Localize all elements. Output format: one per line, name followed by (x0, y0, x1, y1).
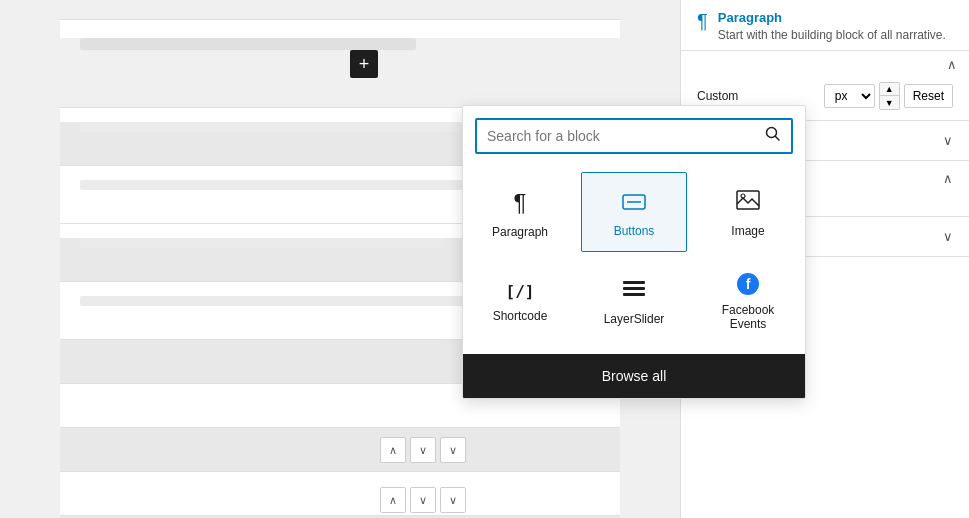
buttons-icon (622, 190, 646, 216)
nav-arrows-row1: ∧ ∨ ∨ (380, 437, 466, 463)
paragraph-sidebar-title: Paragraph (718, 10, 946, 25)
block-label-paragraph: Paragraph (492, 225, 548, 239)
block-label-facebook: Facebook Events (704, 303, 792, 331)
nav-more-button2[interactable]: ∨ (440, 487, 466, 513)
block-label-buttons: Buttons (614, 224, 655, 238)
svg-rect-7 (623, 287, 645, 290)
paragraph-block-info: ¶ Paragraph Start with the building bloc… (681, 0, 969, 50)
svg-rect-8 (623, 293, 645, 296)
paragraph-info: Paragraph Start with the building block … (718, 10, 946, 44)
block-item-image[interactable]: Image (695, 172, 801, 252)
svg-rect-6 (623, 281, 645, 284)
section-chevron-down-1[interactable]: ∨ (943, 133, 953, 148)
add-block-button[interactable]: + (350, 50, 378, 78)
nav-more-button[interactable]: ∨ (440, 437, 466, 463)
section-chevron-up[interactable]: ∧ (947, 57, 957, 72)
blocks-grid: ¶ Paragraph Buttons Image (463, 162, 805, 354)
image-icon (736, 190, 760, 216)
custom-select[interactable]: px em % (824, 84, 875, 108)
block-item-facebook[interactable]: f Facebook Events (695, 256, 801, 344)
number-down[interactable]: ▼ (880, 96, 899, 109)
reset-button[interactable]: Reset (904, 84, 953, 108)
nav-down-button[interactable]: ∨ (410, 437, 436, 463)
facebook-icon: f (737, 273, 759, 295)
nav-up-button2[interactable]: ∧ (380, 487, 406, 513)
paragraph-sidebar-desc: Start with the building block of all nar… (718, 27, 946, 44)
block-label-shortcode: Shortcode (493, 309, 548, 323)
section-chevron-down-2[interactable]: ∨ (943, 229, 953, 244)
block-label-layerslider: LayerSlider (604, 312, 665, 326)
nav-down-button2[interactable]: ∨ (410, 487, 436, 513)
browse-all-button[interactable]: Browse all (463, 354, 805, 398)
block-item-shortcode[interactable]: [/] Shortcode (467, 256, 573, 344)
search-box (475, 118, 793, 154)
search-icon (765, 126, 781, 146)
block-label-image: Image (731, 224, 764, 238)
nav-up-button[interactable]: ∧ (380, 437, 406, 463)
svg-line-1 (776, 137, 780, 141)
block-item-buttons[interactable]: Buttons (581, 172, 687, 252)
layerslider-icon (622, 278, 646, 304)
shortcode-icon: [/] (506, 282, 535, 301)
section-chevron-up-2[interactable]: ∧ (943, 171, 953, 186)
custom-label: Custom (697, 89, 738, 103)
block-picker-popover: ¶ Paragraph Buttons Image (462, 105, 806, 399)
number-up[interactable]: ▲ (880, 83, 899, 97)
block-item-layerslider[interactable]: LayerSlider (581, 256, 687, 344)
search-input[interactable] (487, 128, 765, 144)
nav-arrows-row2: ∧ ∨ ∨ (380, 487, 466, 513)
block-item-paragraph[interactable]: ¶ Paragraph (467, 172, 573, 252)
paragraph-icon: ¶ (514, 189, 527, 217)
paragraph-sidebar-icon: ¶ (697, 10, 708, 44)
